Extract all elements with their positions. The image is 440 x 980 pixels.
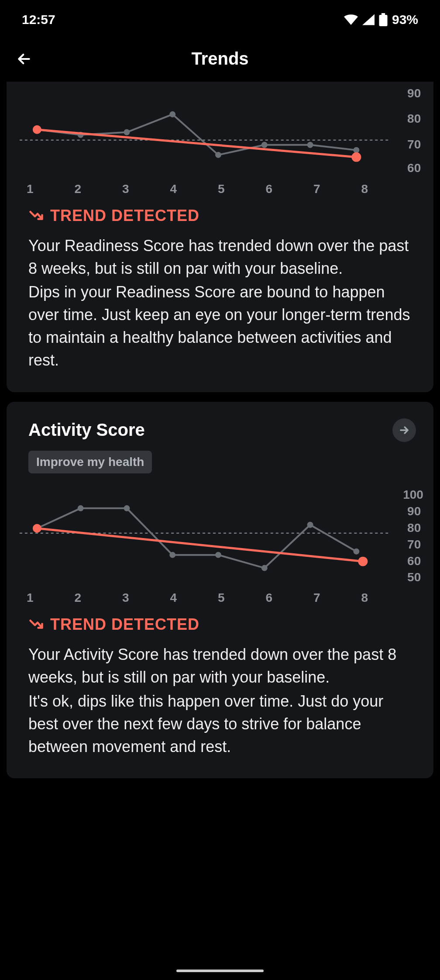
- y-tick: 90: [407, 504, 421, 518]
- readiness-body: Your Readiness Score has trended down ov…: [7, 233, 433, 375]
- data-point: [215, 152, 221, 158]
- open-activity-button[interactable]: [392, 418, 416, 442]
- x-tick: 4: [170, 182, 177, 196]
- x-tick: 2: [74, 591, 81, 605]
- x-tick: 3: [122, 182, 129, 196]
- svg-rect-1: [379, 15, 387, 26]
- home-indicator[interactable]: [176, 970, 264, 972]
- readiness-card: 90 80 70 60 1 2 3 4 5 6 7 8 TREND DETECT…: [7, 82, 433, 392]
- signal-icon: [362, 14, 375, 25]
- trend-label: TREND DETECTED: [50, 207, 199, 225]
- x-tick: 5: [218, 591, 225, 605]
- arrow-left-icon: [15, 50, 33, 68]
- x-tick: 8: [361, 182, 368, 196]
- data-point: [78, 505, 84, 511]
- data-point: [215, 552, 221, 558]
- svg-rect-0: [382, 13, 385, 15]
- y-tick: 80: [407, 112, 421, 125]
- status-battery-pct: 93%: [392, 12, 418, 27]
- trend-end-point: [351, 152, 361, 162]
- y-tick: 90: [407, 86, 421, 100]
- status-icons: 93%: [344, 12, 418, 27]
- x-tick: 8: [361, 591, 368, 605]
- activity-card[interactable]: Activity Score Improve my health 100 90 …: [7, 402, 433, 778]
- y-tick: 60: [407, 161, 421, 175]
- x-tick: 1: [27, 182, 34, 196]
- data-point: [124, 505, 130, 511]
- data-point: [307, 521, 313, 528]
- y-tick: 50: [407, 570, 421, 584]
- status-bar: 12:57 93%: [0, 0, 440, 36]
- x-tick: 4: [170, 591, 177, 605]
- y-tick: 100: [403, 488, 423, 501]
- card-title: Activity Score: [28, 420, 145, 440]
- x-tick: 2: [74, 182, 81, 196]
- data-point: [307, 142, 313, 148]
- data-point: [353, 147, 359, 153]
- trend-down-icon: [28, 617, 44, 632]
- x-tick: 3: [122, 591, 129, 605]
- x-tick: 6: [265, 591, 272, 605]
- data-point: [353, 548, 359, 554]
- activity-chart: 100 90 80 70 60 50 1 2 3 4 5 6 7 8: [7, 478, 433, 605]
- data-point: [261, 565, 268, 571]
- x-tick: 7: [313, 182, 320, 196]
- body-paragraph: Your Readiness Score has trended down ov…: [28, 235, 412, 280]
- y-tick: 70: [407, 537, 421, 551]
- x-axis: 1 2 3 4 5 6 7 8: [7, 178, 399, 196]
- trend-end-point: [358, 556, 368, 566]
- status-time: 12:57: [22, 12, 55, 27]
- x-tick: 5: [218, 182, 225, 196]
- goal-chip[interactable]: Improve my health: [28, 451, 152, 473]
- trend-detected-row: TREND DETECTED: [7, 605, 433, 642]
- data-point: [169, 552, 175, 558]
- page-title: Trends: [191, 49, 248, 69]
- y-tick: 70: [407, 138, 421, 151]
- trend-down-icon: [28, 208, 44, 224]
- data-point: [169, 111, 175, 117]
- data-point: [124, 129, 130, 135]
- body-paragraph: Your Activity Score has trended down ove…: [28, 643, 412, 689]
- data-line: [37, 508, 357, 568]
- y-tick: 80: [407, 521, 421, 534]
- body-paragraph: Dips in your Readiness Score are bound t…: [28, 281, 412, 372]
- x-axis: 1 2 3 4 5 6 7 8: [7, 587, 399, 605]
- trend-label: TREND DETECTED: [50, 615, 199, 634]
- x-tick: 6: [265, 182, 272, 196]
- wifi-icon: [344, 14, 358, 25]
- x-tick: 7: [313, 591, 320, 605]
- trend-detected-row: TREND DETECTED: [7, 196, 433, 233]
- activity-body: Your Activity Score has trended down ove…: [7, 642, 433, 761]
- activity-card-header: Activity Score: [7, 402, 433, 446]
- battery-icon: [379, 13, 388, 26]
- body-paragraph: It's ok, dips like this happen over time…: [28, 690, 412, 759]
- y-tick: 60: [407, 554, 421, 567]
- arrow-right-icon: [398, 424, 410, 436]
- readiness-chart: 90 80 70 60 1 2 3 4 5 6 7 8: [7, 82, 433, 196]
- back-button[interactable]: [13, 48, 35, 70]
- data-point: [261, 142, 268, 148]
- header: Trends: [0, 36, 440, 82]
- x-tick: 1: [27, 591, 34, 605]
